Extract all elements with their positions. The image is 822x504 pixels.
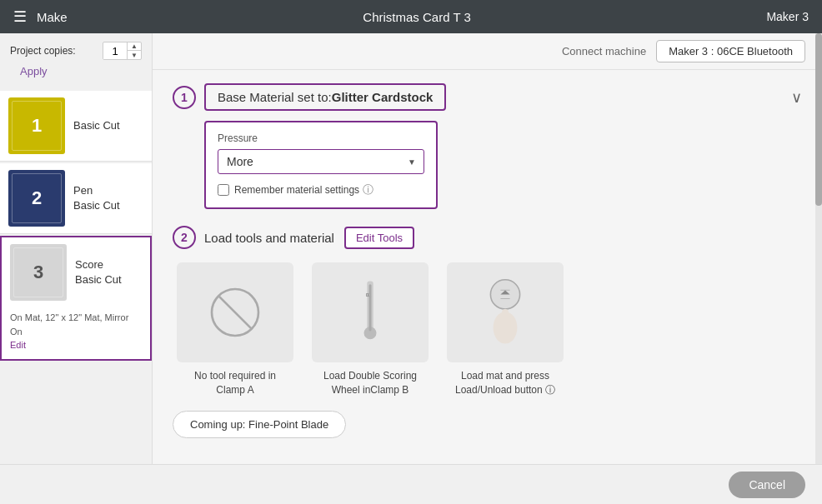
spinner-arrows: ▲ ▼ <box>127 42 141 59</box>
step2-number: 2 <box>173 226 196 249</box>
project-copies-label: Project copies: <box>10 45 76 57</box>
copies-spinner[interactable]: ▲ ▼ <box>103 42 142 60</box>
step1-section: 1 Base Material set to: Glitter Cardstoc… <box>173 83 802 209</box>
tool-card-3: Load mat and pressLoad/Unload button ⓘ <box>443 262 568 397</box>
tool-card-image-1 <box>177 262 293 362</box>
tool-card-1: No tool required inClamp A <box>173 262 298 397</box>
load-info-icon: ⓘ <box>545 384 555 396</box>
coming-up-button[interactable]: Coming up: Fine-Point Blade <box>173 411 346 438</box>
mat-inner-2: 2 <box>8 170 65 227</box>
spinner-up[interactable]: ▲ <box>128 42 141 51</box>
mat-label-2: Pen Basic Cut <box>73 183 120 213</box>
mat-card-3[interactable]: 3 Score Basic Cut <box>0 236 152 307</box>
mat-card-1[interactable]: 1 Basic Cut <box>0 91 152 162</box>
remember-label: Remember material settings <box>234 184 359 196</box>
connect-machine-button[interactable]: Maker 3 : 06CE Bluetooth <box>656 40 805 62</box>
apply-button[interactable]: Apply <box>10 65 58 84</box>
remember-row: Remember material settings ⓘ <box>218 182 424 197</box>
mat-edit-link[interactable]: Edit <box>10 340 26 350</box>
mat-label-1: Basic Cut <box>73 118 120 133</box>
cancel-button[interactable]: Cancel <box>729 472 805 498</box>
tool-card-label-2: Load Double ScoringWheel inClamp B <box>323 369 417 397</box>
edit-tools-button[interactable]: Edit Tools <box>344 227 414 249</box>
main-layout: Project copies: ▲ ▼ Apply 1 Basic Cut <box>0 33 822 464</box>
mat-card-2[interactable]: 2 Pen Basic Cut <box>0 163 152 234</box>
mat-number-1: 1 <box>32 115 42 137</box>
project-title: Christmas Card T 3 <box>68 10 767 24</box>
info-icon: ⓘ <box>363 182 373 197</box>
tool-card-image-2: 02 <box>312 262 429 362</box>
scoring-wheel-icon: 02 <box>345 271 395 354</box>
copies-input[interactable] <box>103 43 127 59</box>
tool-card-label-3: Load mat and pressLoad/Unload button ⓘ <box>455 369 555 397</box>
mat-inner-3: 3 <box>10 244 67 301</box>
tool-cards-row: No tool required inClamp A 02 L <box>173 262 802 397</box>
tool-card-image-3 <box>447 262 564 362</box>
pressure-panel: Pressure Default More Less ▼ Remember ma… <box>204 121 438 209</box>
spinner-down[interactable]: ▼ <box>128 51 141 59</box>
step2-title: Load tools and material <box>204 231 334 245</box>
step2-section: 2 Load tools and material Edit Tools <box>173 226 802 438</box>
sidebar-top: Project copies: ▲ ▼ <box>0 33 152 65</box>
step-content: 1 Base Material set to: Glitter Cardstoc… <box>153 70 822 464</box>
app-header: ☰ Make Christmas Card T 3 Maker 3 <box>0 0 822 33</box>
mat-number-2: 2 <box>32 187 42 209</box>
tool-card-label-1: No tool required inClamp A <box>194 369 276 397</box>
connect-bar: Connect machine Maker 3 : 06CE Bluetooth <box>153 33 822 70</box>
pressure-label: Pressure <box>218 132 424 144</box>
no-tool-icon <box>206 283 264 342</box>
menu-icon[interactable]: ☰ <box>13 7 27 26</box>
mat-thumbnail-1: 1 <box>8 97 65 154</box>
sidebar: Project copies: ▲ ▼ Apply 1 Basic Cut <box>0 33 153 464</box>
step1-material: Glitter Cardstock <box>332 90 434 104</box>
svg-line-1 <box>218 296 252 329</box>
scrollbar[interactable] <box>815 33 822 464</box>
pressure-select-wrapper: Default More Less ▼ <box>218 149 424 174</box>
step1-title-box: Base Material set to: Glitter Cardstock <box>204 83 446 111</box>
load-mat-icon <box>472 271 539 354</box>
mat-thumbnail-2: 2 <box>8 170 65 227</box>
mat-card-extra: On Mat, 12" x 12" Mat, Mirror On Edit <box>0 307 152 361</box>
mat-card-3-group: 3 Score Basic Cut On Mat, 12" x 12" Mat,… <box>0 236 152 361</box>
mat-number-3: 3 <box>33 262 43 283</box>
connect-machine-label: Connect machine <box>562 45 646 57</box>
pressure-select[interactable]: Default More Less <box>218 149 424 174</box>
mat-thumbnail-3: 3 <box>10 244 67 301</box>
step1-number: 1 <box>173 86 196 109</box>
remember-checkbox[interactable] <box>218 184 229 196</box>
svg-rect-9 <box>502 309 509 322</box>
bottom-bar: Cancel <box>0 464 822 504</box>
svg-rect-5 <box>369 284 372 331</box>
chevron-down-icon[interactable]: ∨ <box>778 88 802 107</box>
mat-label-3: Score Basic Cut <box>75 257 122 287</box>
scrollbar-thumb <box>815 33 822 206</box>
step1-prefix: Base Material set to: <box>218 90 332 104</box>
tool-card-2: 02 Load Double ScoringWheel inClamp B <box>308 262 433 397</box>
content-area: Connect machine Maker 3 : 06CE Bluetooth… <box>153 33 822 464</box>
mat-inner-1: 1 <box>8 97 65 154</box>
step2-header: 2 Load tools and material Edit Tools <box>173 226 802 249</box>
machine-label: Maker 3 <box>766 10 809 23</box>
app-title: Make <box>37 10 68 24</box>
